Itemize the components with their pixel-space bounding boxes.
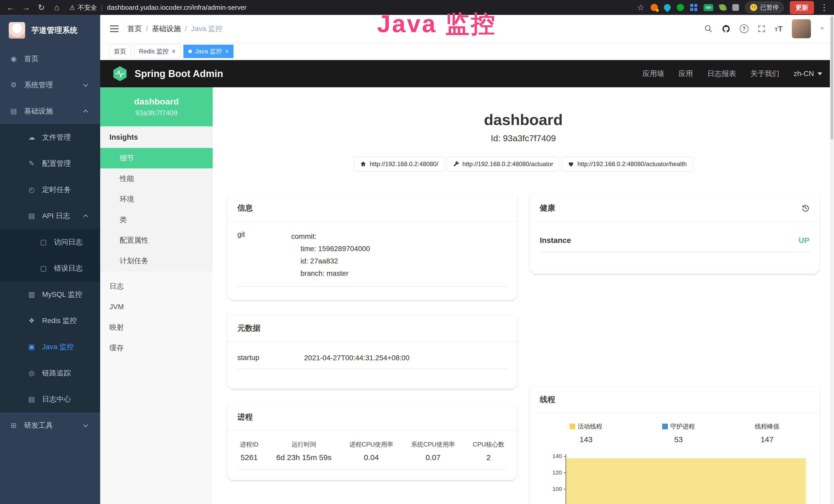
tab-environment[interactable]: 环境 [100,189,213,209]
chevron-up-icon [83,110,88,114]
sba-nav-applications[interactable]: 应用 [679,69,693,78]
app-header: 首页 / 基础设施 / Java 监控 ? TT [100,15,834,43]
fullscreen-icon[interactable] [758,25,765,32]
tab-java-monitor[interactable]: Java 监控 × [183,45,234,58]
bookmark-star-icon[interactable]: ☆ [637,3,644,12]
sba-nav-wallboard[interactable]: 应用墙 [643,69,664,78]
sidebar-item-scheduled-tasks[interactable]: ◴ 定时任务 [0,177,100,203]
browser-menu-icon[interactable]: ⋮ [820,3,828,12]
sidebar-item-config-management[interactable]: ✎ 配置管理 [0,151,100,177]
stat-cpu-cores: CPU核心数 2 [473,440,504,462]
tab-redis-monitor[interactable]: Redis 监控 × [134,45,180,58]
sidebar-item-api-logs[interactable]: ▤ API 日志 [0,203,100,229]
sidebar-item-file-management[interactable]: ☁ 文件管理 [0,124,100,151]
hamburger-icon[interactable] [110,25,119,32]
metadata-card: 元数据 startup 2021-04-27T00:44:31.254+08:0… [227,315,517,387]
url-text[interactable]: dashboard.yudao.iocoder.cn/infra/admin-s… [107,4,246,12]
sba-nav-about[interactable]: 关于我们 [750,69,779,78]
instance-header-block[interactable]: dashboard 93a3fc7f7409 [100,87,213,126]
extension-drop-icon[interactable] [663,3,672,12]
sidebar-item-infrastructure[interactable]: ▤ 基础设施 [0,98,100,124]
tab-home[interactable]: 首页 [109,45,131,58]
tab-logs[interactable]: 日志 [100,276,213,297]
sidebar-item-system-management[interactable]: ⚙ 系统管理 [0,72,100,98]
tab-scheduled-tasks[interactable]: 计划任务 [100,251,213,271]
github-icon[interactable] [722,24,730,33]
error-log-icon: ▢ [39,264,48,272]
browser-reload-icon[interactable]: ↻ [37,3,46,12]
active-dot [188,49,192,53]
heart-icon [568,161,574,167]
address-bar[interactable]: ⚠ 不安全 | dashboard.yudao.iocoder.cn/infra… [69,3,631,12]
browser-actions: ☆ on 已暂停 更新 ⋮ [637,1,828,14]
extensions-puzzle-icon[interactable] [732,4,739,11]
scrollbar-thumb[interactable] [831,17,833,140]
live-threads-area [566,458,806,504]
sidebar-item-access-logs[interactable]: ▢ 访问日志 [0,229,100,255]
tab-classes[interactable]: 类 [100,209,213,230]
tab-config-properties[interactable]: 配置属性 [100,230,213,251]
close-icon[interactable]: × [172,48,175,55]
service-url-button[interactable]: http://192.168.0.2:48080/ [354,157,444,171]
sba-brand[interactable]: Spring Boot Admin [112,66,223,82]
profile-paused-chip[interactable]: 已暂停 [745,2,784,13]
metadata-row-startup: startup 2021-04-27T00:44:31.254+08:00 [237,353,507,369]
tab-details[interactable]: 细节 [100,148,213,168]
extension-green-icon[interactable] [677,4,684,11]
sidebar-item-redis-monitor[interactable]: ❖ Redis 监控 [0,307,100,334]
status-badge: UP [798,236,809,245]
log-center-icon: ▤ [27,395,36,403]
sidebar-item-mysql-monitor[interactable]: ▥ MySQL 监控 [0,281,100,307]
avatar-caret-icon[interactable] [820,27,824,30]
app-logo[interactable]: 芋道管理系统 [0,15,100,46]
actuator-url-button[interactable]: http://192.168.0.2:48080/actuator [447,157,559,171]
insights-group: Insights 细节 性能 环境 类 配置属性 计划任务 [100,126,213,271]
threads-card-header: 线程 [530,387,820,413]
health-url-button[interactable]: http://192.168.0.2:48080/actuator/health [562,157,693,171]
security-warning[interactable]: ⚠ 不安全 [69,3,97,12]
locale-selector[interactable]: zh-CN [794,70,822,78]
browser-forward-icon[interactable]: → [21,3,31,12]
breadcrumb-section[interactable]: 基础设施 [152,24,181,33]
browser-update-button[interactable]: 更新 [790,1,814,14]
sidebar-item-link-tracing[interactable]: ◎ 链路追踪 [0,360,100,386]
health-instance-row: Instance UP [540,232,810,252]
close-icon[interactable]: × [225,48,228,55]
chevron-up-icon [83,214,88,219]
extension-orange-icon[interactable] [651,4,658,11]
clock-icon: ◴ [27,186,36,194]
sidebar-item-log-center[interactable]: ▤ 日志中心 [0,386,100,412]
sidebar-item-dev-tools[interactable]: ⊞ 研发工具 [0,412,100,438]
user-avatar[interactable] [792,19,811,38]
sidebar-item-home[interactable]: ◉ 首页 [0,46,100,72]
extension-leaf-icon[interactable] [719,4,727,12]
main-region: 首页 / 基础设施 / Java 监控 ? TT 首页 R [100,15,834,504]
extension-on-badge[interactable]: on [704,4,713,11]
tab-performance[interactable]: 性能 [100,168,213,189]
tab-mappings[interactable]: 映射 [100,317,213,338]
font-size-icon[interactable]: TT [775,24,783,33]
tab-jvm[interactable]: JVM [100,297,213,317]
page-title: dashboard [227,111,820,129]
help-icon[interactable]: ? [740,24,748,33]
app-sidebar: 芋道管理系统 ◉ 首页 ⚙ 系统管理 ▤ 基础设施 ☁ 文件管理 ✎ 配置管理 … [0,15,100,504]
page-scrollbar[interactable] [830,15,834,504]
browser-home-icon[interactable]: ⌂ [52,3,62,12]
browser-back-icon[interactable]: ← [6,3,16,12]
extension-grid-icon[interactable] [690,4,697,11]
stat-system-cpu: 系统CPU使用率 0.07 [411,440,455,462]
tab-caches[interactable]: 缓存 [100,338,213,358]
instance-name: dashboard [100,96,213,107]
logo-avatar [9,22,25,39]
breadcrumb-home[interactable]: 首页 [127,24,142,33]
legend-daemon-threads: 守护进程 53 [662,422,695,444]
sba-nav-journal[interactable]: 日志报表 [707,69,736,78]
history-icon[interactable] [802,204,809,212]
process-card: 进程 进程ID 5261 运行时间 6d 23h 15m 59s [227,404,517,478]
info-card: 信息 git commit: time: 1596289704000 id: 2… [227,195,517,298]
sidebar-item-error-logs[interactable]: ▢ 错误日志 [0,255,100,281]
access-log-icon: ▢ [39,238,48,246]
cards-grid: 信息 git commit: time: 1596289704000 id: 2… [227,195,820,504]
search-icon[interactable] [704,25,712,33]
sidebar-item-java-monitor[interactable]: ▣ Java 监控 [0,334,100,360]
